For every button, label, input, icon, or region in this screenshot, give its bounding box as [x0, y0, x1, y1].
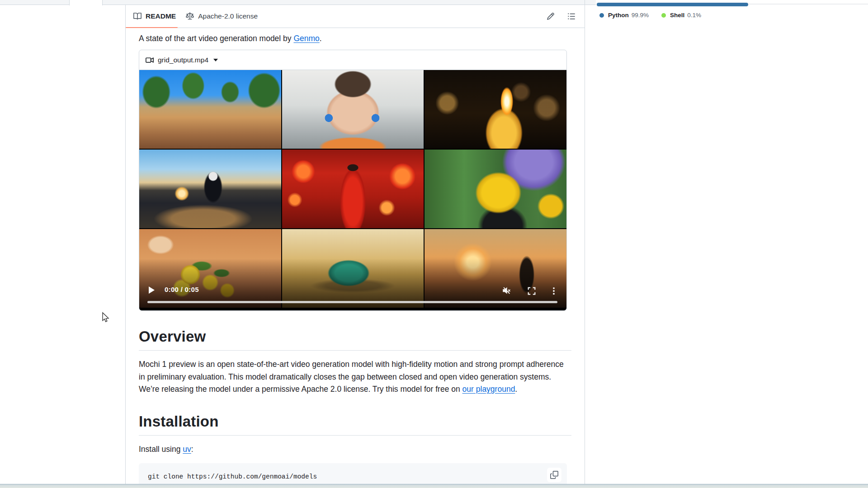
readme-content: A state of the art video generation mode… [126, 28, 585, 488]
tab-readme-label: README [146, 12, 176, 20]
video-thumb-red-lanterns [282, 150, 424, 228]
copy-code-button[interactable] [547, 468, 561, 482]
sidebar-divider [749, 4, 868, 5]
language-name: Python [608, 12, 629, 19]
video-camera-icon [146, 56, 154, 64]
video-thumb-forest-gear [425, 150, 566, 228]
play-button[interactable] [149, 286, 155, 294]
uv-link[interactable]: uv [183, 445, 191, 454]
tab-readme[interactable]: README [133, 12, 176, 20]
readme-card-right-border [585, 0, 585, 484]
readme-tab-bar: README Apache-2.0 license [126, 5, 585, 28]
repo-tagline: A state of the art video generation mode… [139, 33, 571, 44]
readme-actions [547, 5, 576, 28]
video-timestamp: 0:00 / 0:05 [165, 286, 199, 293]
shell-dot-icon [661, 13, 666, 18]
book-icon [133, 12, 142, 20]
video-thumb-outback-trail [139, 70, 281, 149]
overview-paragraph: Mochi 1 preview is an open state-of-the-… [139, 358, 567, 396]
language-list: Python 99.9% Shell 0.1% [599, 12, 701, 19]
language-item-python[interactable]: Python 99.9% [599, 12, 649, 19]
mute-icon[interactable] [502, 286, 511, 295]
language-name: Shell [670, 12, 684, 19]
law-scales-icon [186, 12, 194, 20]
install-intro-text: Install using [139, 445, 183, 454]
playground-link[interactable]: our playground [462, 385, 515, 394]
fullscreen-icon[interactable] [528, 287, 536, 295]
video-attachment-header[interactable]: grid_output.mp4 [139, 50, 566, 70]
tagline-text: A state of the art video generation mode… [139, 34, 293, 43]
installation-heading: Installation [139, 413, 571, 436]
chevron-down-icon [213, 59, 218, 61]
genmo-link[interactable]: Genmo [293, 34, 319, 43]
language-bar[interactable] [597, 3, 748, 6]
tagline-period: . [320, 34, 322, 43]
code-line-1: git clone https://github.com/genmoai/mod… [148, 473, 317, 480]
video-progress-bar[interactable] [147, 301, 557, 303]
overview-text-end: . [515, 385, 517, 394]
active-tab-notch [69, 0, 103, 5]
video-player[interactable]: 0:00 / 0:05 [139, 70, 566, 310]
video-filename: grid_output.mp4 [158, 56, 208, 64]
mouse-cursor-icon [100, 312, 110, 323]
outline-button[interactable] [567, 12, 576, 20]
video-thumb-surprised-woman [282, 70, 424, 149]
language-percent: 99.9% [632, 12, 649, 19]
tab-license-label: Apache-2.0 license [198, 12, 258, 20]
list-unordered-icon [567, 12, 576, 20]
edit-readme-button[interactable] [547, 12, 555, 20]
taskbar-edge [0, 484, 868, 488]
readme-card: README Apache-2.0 license A state of the… [126, 5, 585, 488]
python-dot-icon [599, 13, 604, 18]
language-item-shell[interactable]: Shell 0.1% [661, 12, 701, 19]
page-header-edge [0, 0, 596, 5]
video-thumb-candle [425, 70, 566, 149]
install-intro: Install using uv: [139, 443, 567, 456]
active-tab-underline [126, 27, 178, 28]
tab-license[interactable]: Apache-2.0 license [186, 12, 258, 20]
copy-icon [550, 471, 558, 479]
overview-heading: Overview [139, 328, 571, 351]
kebab-menu-icon[interactable] [550, 287, 558, 295]
language-percent: 0.1% [687, 12, 701, 19]
video-attachment: grid_output.mp4 0:00 / 0:05 [139, 50, 567, 311]
install-intro-colon: : [191, 445, 193, 454]
video-thumb-cyclist [139, 150, 281, 228]
pencil-icon [547, 12, 555, 20]
